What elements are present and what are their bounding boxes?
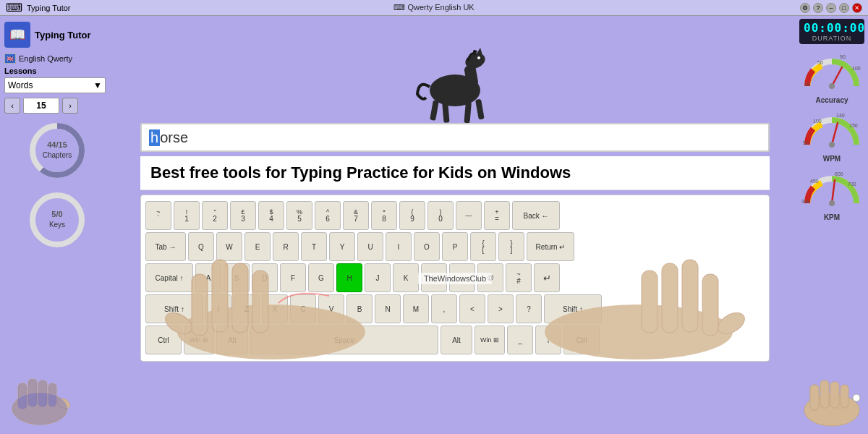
key-5[interactable]: %5: [286, 201, 312, 230]
chapters-donut-chart: 44/15 Chapters: [27, 121, 87, 180]
key-i[interactable]: I: [386, 232, 412, 261]
horse-area: [114, 16, 796, 123]
key-0[interactable]: )0: [427, 201, 454, 230]
key-g[interactable]: G: [308, 263, 334, 292]
duration-label: DURATION: [804, 35, 860, 42]
svg-rect-47: [430, 100, 439, 121]
chapters-text: Chapters: [43, 151, 72, 159]
key-c[interactable]: C: [290, 294, 316, 323]
chapters-gauge: 44/15 Chapters: [4, 121, 110, 180]
key-1[interactable]: !1: [174, 201, 200, 230]
key-backtick[interactable]: ~`: [145, 201, 171, 230]
key-o[interactable]: O: [414, 232, 440, 261]
key-l[interactable]: L: [421, 263, 447, 292]
key-t[interactable]: T: [301, 232, 327, 261]
key-v[interactable]: V: [318, 294, 344, 323]
title-bar-left: ⌨ Typing Tutor: [6, 1, 71, 14]
lessons-dropdown[interactable]: Words ▼: [4, 77, 106, 93]
key-u[interactable]: U: [357, 232, 383, 261]
title-bar-center: ⌨ Qwerty English UK: [393, 3, 474, 12]
help-button[interactable]: ?: [813, 3, 823, 13]
key-q[interactable]: Q: [188, 232, 214, 261]
key-shift-left[interactable]: Shift ↑: [145, 294, 203, 323]
close-button[interactable]: ✕: [852, 3, 862, 13]
key-slash[interactable]: ?: [516, 294, 542, 323]
key-ctrl-left[interactable]: Ctrl: [145, 326, 182, 354]
key-n[interactable]: N: [375, 294, 401, 323]
key-gt[interactable]: >: [488, 294, 514, 323]
key-b[interactable]: B: [346, 294, 373, 323]
keyboard: ~` !1 "2 £3 $4 %5 ^6 &7 *8 (9 )0 — += Ba…: [140, 195, 770, 362]
key-backslash[interactable]: /: [205, 294, 231, 323]
prev-button[interactable]: ‹: [4, 98, 20, 114]
key-alt-right[interactable]: Alt: [441, 326, 472, 354]
key-win-left[interactable]: Win ⊞: [184, 326, 214, 354]
key-hash[interactable]: ~#: [506, 263, 532, 292]
svg-rect-45: [475, 99, 485, 120]
key-underscore[interactable]: _: [507, 326, 533, 354]
keys-text: Keys: [49, 221, 65, 229]
title-bar-app-name: Typing Tutor: [27, 4, 71, 12]
key-ctrl-right[interactable]: Ctrl: [563, 326, 600, 354]
horse-image: [412, 29, 498, 123]
key-dash[interactable]: —: [456, 201, 482, 230]
svg-text:50: 50: [803, 140, 809, 145]
key-lt[interactable]: <: [459, 294, 485, 323]
key-f[interactable]: F: [280, 263, 306, 292]
key-equals[interactable]: +=: [484, 201, 510, 230]
key-k[interactable]: K: [393, 263, 419, 292]
key-semicolon[interactable]: ;: [449, 263, 475, 292]
title-bar-controls: ⚙ ? – □ ✕: [800, 3, 862, 13]
key-8[interactable]: *8: [371, 201, 397, 230]
key-6[interactable]: ^6: [315, 201, 341, 230]
key-a[interactable]: A: [195, 263, 221, 292]
key-down[interactable]: ↓: [535, 326, 561, 354]
key-r[interactable]: R: [273, 232, 299, 261]
accuracy-meter: 10 50 90 100 Accuracy: [800, 48, 864, 104]
kpm-label: KPM: [800, 213, 864, 221]
key-m[interactable]: M: [403, 294, 429, 323]
key-h[interactable]: H: [336, 263, 362, 292]
settings-button[interactable]: ⚙: [800, 3, 810, 13]
key-x[interactable]: X: [262, 294, 288, 323]
key-s[interactable]: S: [224, 263, 250, 292]
key-p[interactable]: P: [442, 232, 468, 261]
key-comma[interactable]: ,: [431, 294, 457, 323]
key-d[interactable]: D: [252, 263, 278, 292]
key-j[interactable]: J: [365, 263, 391, 292]
key-bracket-open[interactable]: {[: [470, 232, 496, 261]
key-alt-left[interactable]: Alt: [216, 326, 248, 354]
svg-point-2: [33, 195, 82, 244]
key-return[interactable]: Return ↵: [527, 232, 574, 261]
key-caps[interactable]: Capital ↑: [145, 263, 193, 292]
key-space[interactable]: Space: [250, 326, 438, 354]
key-2[interactable]: "2: [202, 201, 228, 230]
key-backspace[interactable]: Back ←: [512, 201, 560, 230]
key-return2[interactable]: ↵: [534, 263, 560, 292]
key-7[interactable]: &7: [343, 201, 369, 230]
key-e[interactable]: E: [244, 232, 271, 261]
title-bar-title: Qwerty English UK: [407, 3, 474, 12]
key-tab[interactable]: Tab →: [145, 232, 186, 261]
title-bar: ⌨ Typing Tutor ⌨ Qwerty English UK ⚙ ? –…: [0, 0, 868, 16]
key-w[interactable]: W: [216, 232, 242, 261]
svg-text:90: 90: [840, 54, 846, 59]
key-bracket-close[interactable]: }]: [498, 232, 524, 261]
lessons-label: Lessons: [4, 67, 110, 75]
key-win-right[interactable]: Win ⊞: [475, 326, 505, 354]
language-selector[interactable]: 🇬🇧 English Qwerty: [4, 54, 110, 64]
svg-point-22: [829, 142, 835, 148]
maximize-button[interactable]: □: [839, 3, 849, 13]
keyboard-row-5: Ctrl Win ⊞ Alt Space Alt Win ⊞ _ ↓ Ctrl: [145, 326, 765, 354]
key-z[interactable]: Z: [234, 294, 260, 323]
key-y[interactable]: Y: [329, 232, 355, 261]
key-4[interactable]: $4: [258, 201, 284, 230]
next-button[interactable]: ›: [62, 98, 78, 114]
key-3[interactable]: £3: [230, 201, 256, 230]
minimize-button[interactable]: –: [826, 3, 836, 13]
key-9[interactable]: (9: [399, 201, 425, 230]
duration-time: 00:00:00: [804, 21, 860, 35]
key-at[interactable]: @: [477, 263, 503, 292]
language-label: English Qwerty: [19, 54, 72, 63]
key-shift-right[interactable]: Shift ↑: [544, 294, 602, 323]
